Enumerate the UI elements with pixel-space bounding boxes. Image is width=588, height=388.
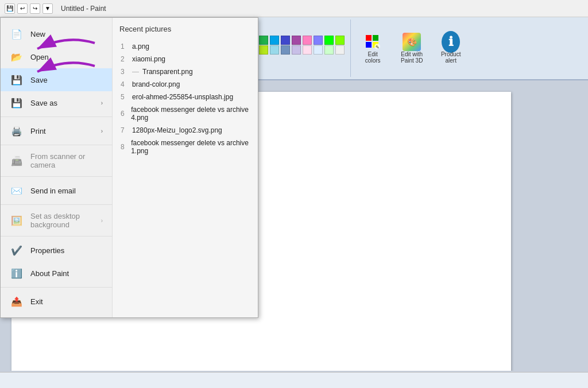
save-as-arrow: ›: [101, 100, 103, 106]
color-lavender[interactable]: [314, 36, 323, 45]
open-icon: 📂: [10, 50, 24, 64]
menu-left: 📄 New 📂 Open 💾 Save 💾 Save as › 🖨️ Print…: [1, 18, 113, 317]
edit-colors-btn[interactable]: ✎ Editcolors: [355, 30, 390, 66]
color-light-blue[interactable]: [270, 45, 279, 55]
window-title: Untitled - Paint: [61, 5, 106, 13]
divider1: [1, 117, 112, 117]
title-bar: 💾 ↩ ↪ ▼ Untitled - Paint: [0, 0, 588, 17]
desktop-bg-arrow: ›: [101, 218, 103, 224]
color-yellow-lime[interactable]: [259, 45, 268, 55]
product-alert-icon: ℹ: [442, 33, 460, 51]
color-pink1[interactable]: [303, 36, 312, 45]
recent-item-3[interactable]: 3 — Transparent.png: [119, 65, 251, 78]
color-green[interactable]: [259, 36, 268, 45]
color-purple[interactable]: [292, 36, 301, 45]
dropdown-icon[interactable]: ▼: [42, 3, 53, 14]
menu-item-scanner[interactable]: 📠 From scanner or camera: [1, 148, 112, 174]
recent-item-5[interactable]: 5 erol-ahmed-255854-unsplash.jpg: [119, 91, 251, 103]
svg-rect-2: [366, 42, 372, 48]
scanner-icon: 📠: [10, 154, 24, 168]
desktop-bg-icon: 🖼️: [10, 214, 24, 227]
color-pale-pink[interactable]: [303, 45, 312, 55]
title-bar-icons[interactable]: 💾 ↩ ↪ ▼: [5, 3, 53, 14]
menu-item-print[interactable]: 🖨️ Print ›: [1, 119, 112, 142]
color-blue[interactable]: [281, 36, 290, 45]
recent-item-4[interactable]: 4 brand-color.png: [119, 78, 251, 91]
recent-item-6[interactable]: 6 facebook messenger delete vs archive 4…: [119, 103, 251, 124]
divider3: [1, 176, 112, 177]
menu-item-exit[interactable]: 📤 Exit: [1, 290, 112, 313]
svg-text:✎: ✎: [376, 45, 380, 50]
divider6: [1, 287, 112, 288]
color-pale-blue[interactable]: [314, 45, 323, 55]
product-alert-btn[interactable]: ℹ Productalert: [434, 30, 468, 66]
recent-pictures-panel: Recent pictures 1 a.png 2 xiaomi.png 3 —…: [113, 18, 258, 317]
color-lime[interactable]: [324, 36, 334, 45]
color-light-purple[interactable]: [292, 45, 301, 55]
file-menu: 📄 New 📂 Open 💾 Save 💾 Save as › 🖨️ Print…: [0, 17, 258, 318]
save-quick-icon[interactable]: 💾: [5, 3, 15, 14]
menu-item-open[interactable]: 📂 Open: [1, 45, 112, 68]
edit-colors-label: Editcolors: [365, 51, 381, 64]
menu-item-save[interactable]: 💾 Save: [1, 68, 112, 91]
menu-item-properties[interactable]: ✔️ Properties: [1, 239, 112, 262]
recent-item-2[interactable]: 2 xiaomi.png: [119, 53, 251, 65]
status-bar: [0, 372, 588, 388]
properties-icon: ✔️: [10, 243, 24, 257]
undo-icon[interactable]: ↩: [17, 3, 28, 14]
recent-item-1[interactable]: 1 a.png: [119, 40, 251, 53]
recent-item-8[interactable]: 8 facebook messenger delete vs archive 1…: [119, 137, 251, 157]
edit-paint3d-label: Edit withPaint 3D: [401, 51, 423, 64]
menu-item-about[interactable]: ℹ️ About Paint: [1, 262, 112, 285]
svg-rect-1: [373, 35, 378, 41]
about-icon: ℹ️: [10, 266, 24, 280]
save-icon: 💾: [10, 73, 24, 87]
color-yellow-green[interactable]: [335, 36, 345, 45]
recent-title: Recent pictures: [119, 25, 251, 33]
color-pale-gray[interactable]: [335, 45, 345, 55]
redo-icon[interactable]: ↪: [30, 3, 40, 14]
paint3d-icon: 🎨: [403, 33, 421, 51]
color-steel-blue[interactable]: [281, 45, 290, 55]
menu-item-email[interactable]: ✉️ Send in email: [1, 179, 112, 202]
recent-item-7[interactable]: 7 1280px-Meizu_logo2.svg.png: [119, 124, 251, 137]
menu-item-new[interactable]: 📄 New: [1, 22, 112, 45]
edit-paint3d-btn[interactable]: 🎨 Edit withPaint 3D: [394, 30, 429, 66]
menu-item-desktop-bg[interactable]: 🖼️ Set as desktop background ›: [1, 207, 112, 234]
save-as-icon: 💾: [10, 96, 24, 110]
print-icon: 🖨️: [10, 124, 24, 138]
svg-rect-0: [366, 35, 372, 41]
edit-colors-icon: ✎: [363, 33, 382, 51]
divider4: [1, 204, 112, 205]
exit-icon: 📤: [10, 294, 24, 308]
product-alert-label: Productalert: [441, 51, 461, 64]
divider5: [1, 236, 112, 236]
color-cyan[interactable]: [270, 36, 279, 45]
color-pale-green[interactable]: [324, 45, 334, 55]
email-icon: ✉️: [10, 184, 24, 197]
print-arrow: ›: [101, 128, 103, 134]
divider2: [1, 145, 112, 145]
new-icon: 📄: [10, 27, 24, 41]
menu-item-save-as[interactable]: 💾 Save as ›: [1, 91, 112, 114]
